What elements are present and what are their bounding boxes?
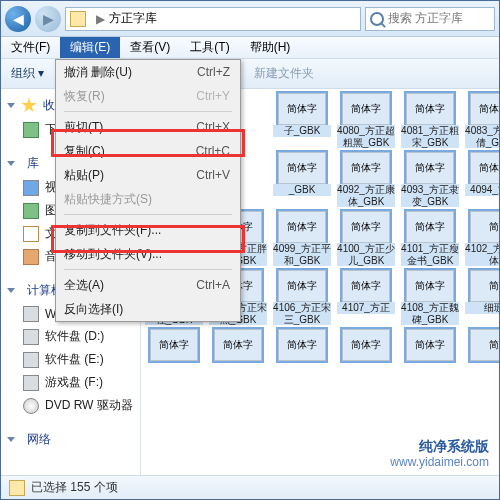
file-item[interactable]: 简体字4080_方正超粗黑_GBK (337, 93, 395, 148)
file-thumbnail: 简体字 (150, 329, 198, 361)
file-name: 4099_方正平和_GBK (273, 243, 331, 266)
file-thumbnail: 简体字 (342, 329, 390, 361)
file-thumbnail: 简体字 (278, 152, 326, 184)
file-item[interactable]: 简体字 (401, 329, 459, 361)
star-icon (21, 98, 37, 114)
file-item[interactable]: 简体字4100_方正少儿_GBK (337, 211, 395, 266)
file-thumbnail: 简 (470, 329, 499, 361)
file-item[interactable]: 简体字4081_方正粗宋_GBK (401, 93, 459, 148)
picture-icon (23, 203, 39, 219)
edit-menu-dropdown: 撤消 删除(U)Ctrl+Z 恢复(R)Ctrl+Y 剪切(T)Ctrl+X 复… (55, 59, 241, 322)
sidebar-item-soft-e[interactable]: 软件盘 (E:) (1, 348, 140, 371)
document-icon (23, 226, 39, 242)
file-item[interactable]: 简体字 (209, 329, 267, 361)
breadcrumb-current[interactable]: 方正字库 (109, 10, 157, 27)
file-item[interactable]: 简体字4099_方正平和_GBK (273, 211, 331, 266)
new-folder-button[interactable]: 新建文件夹 (244, 65, 324, 82)
menu-separator (64, 111, 232, 112)
file-name: 4108_方正魏碑_GBK (401, 302, 459, 325)
menu-paste[interactable]: 粘贴(P)Ctrl+V (56, 163, 240, 187)
menu-move-to-folder[interactable]: 移动到文件夹(V)... (56, 242, 240, 266)
file-item[interactable]: 简体字_GBK (273, 152, 331, 207)
file-thumbnail: 简体字 (214, 329, 262, 361)
chevron-down-icon (7, 288, 15, 293)
sidebar-item-game-f[interactable]: 游戏盘 (F:) (1, 371, 140, 394)
file-item[interactable]: 简体字4106_方正宋三_GBK (273, 270, 331, 325)
file-name: 4094_方正 (465, 184, 499, 196)
file-name: 4083_方正粗倩_GBK (465, 125, 499, 148)
file-name: 细珊 (465, 302, 499, 314)
file-name: 4102_方正舒体 (465, 243, 499, 266)
file-item[interactable]: 简体字子_GBK (273, 93, 331, 148)
file-item[interactable]: 简体字4107_方正 (337, 270, 395, 325)
search-input[interactable]: 搜索 方正字库 (365, 7, 495, 31)
chevron-down-icon (7, 161, 15, 166)
menu-edit[interactable]: 编辑(E) (60, 37, 120, 58)
file-item[interactable]: 简体字 (273, 329, 331, 361)
file-name: 子_GBK (273, 125, 331, 137)
menu-invert-selection[interactable]: 反向选择(I) (56, 297, 240, 321)
file-thumbnail: 简体字 (342, 211, 390, 243)
titlebar: ◀ ▶ ▶ 方正字库 搜索 方正字库 (1, 1, 499, 37)
menu-view[interactable]: 查看(V) (120, 37, 180, 58)
menu-select-all[interactable]: 全选(A)Ctrl+A (56, 273, 240, 297)
menu-tools[interactable]: 工具(T) (180, 37, 239, 58)
menu-separator (64, 269, 232, 270)
file-item[interactable]: 简体字4094_方正 (465, 152, 499, 207)
menubar: 文件(F) 编辑(E) 查看(V) 工具(T) 帮助(H) (1, 37, 499, 59)
menu-help[interactable]: 帮助(H) (240, 37, 301, 58)
file-item[interactable]: 简体字 (145, 329, 203, 361)
sidebar-item-label: 库 (27, 155, 39, 172)
address-bar[interactable]: ▶ 方正字库 (65, 7, 361, 31)
file-name: 4100_方正少儿_GBK (337, 243, 395, 266)
file-item[interactable]: 简细珊 (465, 270, 499, 325)
menu-undo[interactable]: 撤消 删除(U)Ctrl+Z (56, 60, 240, 84)
file-item[interactable]: 简 (465, 329, 499, 361)
file-item[interactable]: 简体字4108_方正魏碑_GBK (401, 270, 459, 325)
breadcrumb-separator: ▶ (96, 12, 105, 26)
file-name: 4093_方正隶变_GBK (401, 184, 459, 207)
menu-file[interactable]: 文件(F) (1, 37, 60, 58)
drive-icon (23, 375, 39, 391)
organize-button[interactable]: 组织 ▾ (1, 65, 54, 82)
file-name: 4081_方正粗宋_GBK (401, 125, 459, 148)
file-thumbnail: 简体字 (406, 329, 454, 361)
file-thumbnail: 简 (470, 270, 499, 302)
search-placeholder: 搜索 方正字库 (388, 10, 463, 27)
file-item[interactable]: 简体字4083_方正粗倩_GBK (465, 93, 499, 148)
file-name: 4092_方正康体_GBK (337, 184, 395, 207)
download-icon (23, 122, 39, 138)
file-thumbnail: 简体字 (406, 211, 454, 243)
status-bar: 已选择 155 个项 (1, 475, 499, 499)
file-thumbnail: 简体字 (470, 152, 499, 184)
drive-icon (23, 306, 39, 322)
chevron-down-icon (7, 103, 15, 108)
file-name: 4080_方正超粗黑_GBK (337, 125, 395, 148)
file-item[interactable]: 简体字4092_方正康体_GBK (337, 152, 395, 207)
menu-cut[interactable]: 剪切(T)Ctrl+X (56, 115, 240, 139)
nav-forward-button[interactable]: ▶ (35, 6, 61, 32)
file-thumbnail: 简体字 (278, 211, 326, 243)
sidebar-item-soft-d[interactable]: 软件盘 (D:) (1, 325, 140, 348)
nav-back-button[interactable]: ◀ (5, 6, 31, 32)
file-item[interactable]: 简4102_方正舒体 (465, 211, 499, 266)
sidebar-item-label: 游戏盘 (F:) (45, 374, 103, 391)
menu-copy[interactable]: 复制(C)Ctrl+C (56, 139, 240, 163)
file-name: _GBK (273, 184, 331, 196)
menu-copy-to-folder[interactable]: 复制到文件夹(F)... (56, 218, 240, 242)
file-item[interactable]: 简体字4101_方正瘦金书_GBK (401, 211, 459, 266)
search-icon (370, 12, 384, 26)
file-name: 4106_方正宋三_GBK (273, 302, 331, 325)
drive-icon (23, 329, 39, 345)
file-item[interactable]: 简体字4093_方正隶变_GBK (401, 152, 459, 207)
file-thumbnail: 简 (470, 211, 499, 243)
file-thumbnail: 简体字 (342, 152, 390, 184)
video-icon (23, 180, 39, 196)
file-item[interactable]: 简体字 (337, 329, 395, 361)
watermark: 纯净系统版 www.yidaimei.com (386, 436, 493, 471)
sidebar-item-dvd[interactable]: DVD RW 驱动器 (1, 394, 140, 417)
sidebar-network-header[interactable]: 网络 (1, 427, 140, 452)
menu-separator (64, 214, 232, 215)
file-thumbnail: 简体字 (278, 270, 326, 302)
watermark-brand: 纯净系统版 (419, 438, 489, 454)
